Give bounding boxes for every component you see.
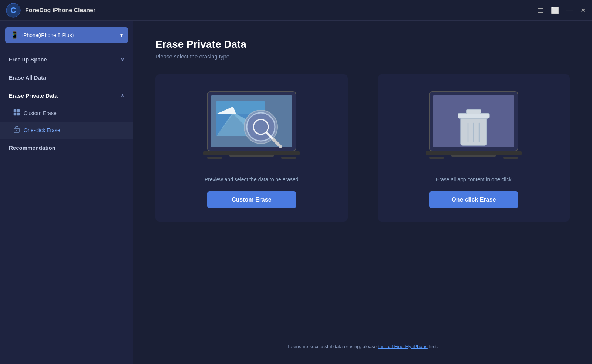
svg-rect-25 xyxy=(281,157,296,159)
sidebar-item-label-erase-all-data: Erase All Data xyxy=(9,74,46,81)
device-label: iPhone(iPhone 8 Plus) xyxy=(22,32,117,38)
custom-erase-illustration xyxy=(196,86,307,168)
custom-erase-laptop-svg xyxy=(196,88,307,166)
svg-rect-30 xyxy=(466,109,481,114)
page-title: Erase Private Data xyxy=(155,38,570,50)
sidebar-sub-label-one-click-erase: One-click Erase xyxy=(24,127,60,133)
sidebar-item-free-up-space[interactable]: Free up Space ∨ xyxy=(0,50,133,68)
free-up-space-chevron-icon: ∨ xyxy=(121,57,124,62)
svg-rect-3 xyxy=(17,109,20,112)
sidebar-sub-item-one-click-erase[interactable]: One-click Erase xyxy=(0,122,133,139)
footer-note-text-after: first. xyxy=(428,344,438,349)
device-chevron-icon: ▾ xyxy=(120,32,123,38)
close-button[interactable]: ✕ xyxy=(581,7,586,14)
app-title: FoneDog iPhone Cleaner xyxy=(25,7,538,14)
custom-erase-button[interactable]: Custom Erase xyxy=(207,191,296,208)
svg-rect-4 xyxy=(14,113,16,115)
main-content: Erase Private Data Please select the era… xyxy=(133,21,592,364)
footer-note-text-before: To ensure successful data erasing, pleas… xyxy=(287,344,378,349)
one-click-erase-button[interactable]: One-click Erase xyxy=(429,191,518,208)
main-layout: 📱 iPhone(iPhone 8 Plus) ▾ Free up Space … xyxy=(0,21,592,364)
svg-text:C: C xyxy=(10,6,16,15)
window-controls: ☰ ⬜ — ✕ xyxy=(538,7,586,14)
custom-erase-description: Preview and select the data to be erased xyxy=(205,176,299,182)
sidebar-item-recommendation[interactable]: Recommendation xyxy=(0,139,133,157)
svg-rect-23 xyxy=(229,155,274,157)
titlebar: C FoneDog iPhone Cleaner ☰ ⬜ — ✕ xyxy=(0,0,592,21)
custom-erase-icon xyxy=(13,109,20,117)
svg-rect-2 xyxy=(14,109,16,112)
comment-button[interactable]: ⬜ xyxy=(551,7,559,14)
one-click-erase-card: Erase all app content in one click One-c… xyxy=(378,74,570,222)
device-selector[interactable]: 📱 iPhone(iPhone 8 Plus) ▾ xyxy=(5,27,128,43)
svg-rect-24 xyxy=(207,157,222,159)
sidebar-item-label-erase-private-data: Erase Private Data xyxy=(9,92,58,99)
svg-rect-5 xyxy=(17,113,20,115)
sidebar-item-erase-private-data[interactable]: Erase Private Data ∧ xyxy=(0,87,133,105)
sidebar-item-label-free-up-space: Free up Space xyxy=(9,56,47,63)
sidebar-sub-item-custom-erase[interactable]: Custom Erase xyxy=(0,105,133,122)
page-subtitle: Please select the erasing type. xyxy=(155,53,570,60)
svg-rect-36 xyxy=(429,157,444,159)
footer-note: To ensure successful data erasing, pleas… xyxy=(155,336,570,349)
one-click-erase-laptop-svg xyxy=(418,88,529,166)
sidebar: 📱 iPhone(iPhone 8 Plus) ▾ Free up Space … xyxy=(0,21,133,364)
svg-rect-37 xyxy=(503,157,518,159)
one-click-erase-icon xyxy=(13,126,20,134)
minimize-button[interactable]: — xyxy=(566,7,573,14)
sidebar-item-erase-all-data[interactable]: Erase All Data xyxy=(0,68,133,87)
custom-erase-card: Preview and select the data to be erased… xyxy=(155,74,348,222)
menu-button[interactable]: ☰ xyxy=(538,7,544,14)
sidebar-item-label-recommendation: Recommendation xyxy=(9,145,56,151)
one-click-erase-illustration xyxy=(418,86,529,168)
erase-private-data-chevron-icon: ∧ xyxy=(121,93,124,98)
svg-rect-35 xyxy=(451,155,496,157)
sidebar-sub-label-custom-erase: Custom Erase xyxy=(24,110,57,116)
app-logo: C xyxy=(6,3,21,18)
one-click-erase-description: Erase all app content in one click xyxy=(436,176,512,182)
cards-container: Preview and select the data to be erased… xyxy=(155,74,570,222)
find-my-iphone-link[interactable]: turn off Find My iPhone xyxy=(378,344,428,349)
cards-divider xyxy=(363,74,363,222)
device-icon: 📱 xyxy=(10,31,18,39)
